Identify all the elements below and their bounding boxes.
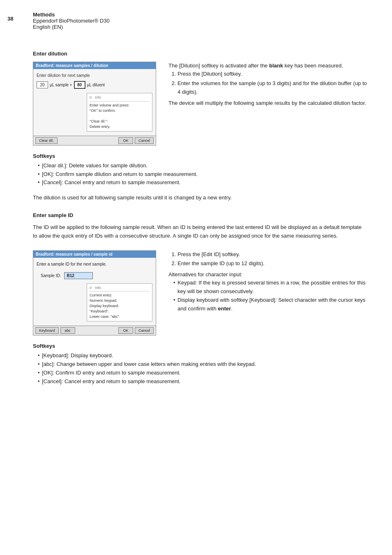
header-language: English (EN): [33, 24, 367, 30]
sampleid-alt-1: Keypad: If the key is pressed several ti…: [173, 279, 367, 296]
sampleid-device-body: Enter a sample ID for the next sample. S…: [33, 258, 156, 326]
sampleid-device-screen: Bradford: measure samples / sample id En…: [33, 250, 156, 336]
sampleid-softkey-item-2: [abc]: Change between upper and lower ca…: [38, 360, 367, 369]
header-device: Eppendorf BioPhotometer® D30: [33, 18, 367, 24]
sampleid-info-area: 0 Info Current entry:Numeric keypad.Disp…: [37, 283, 152, 322]
sample-id-value[interactable]: B12: [64, 272, 93, 279]
sampleid-softkey-item-4: [Cancel]: Cancel entry and return to sam…: [38, 377, 367, 386]
left-margin: 38: [0, 0, 25, 555]
dilution-device-body: Enter dilution for next sample 20 µL sam…: [33, 69, 156, 136]
sampleid-abc-btn[interactable]: abc: [60, 327, 75, 334]
dilution-clear-btn[interactable]: Clear dil.: [35, 137, 58, 144]
dilution-softkeys-list: [Clear dil.]: Delete values for sample d…: [33, 162, 367, 187]
dilution-note: The device will multiply the following s…: [168, 99, 367, 107]
sampleid-keyboard-btn[interactable]: Keyboard: [35, 327, 59, 334]
dilution-info-text: Enter volume and press"OK" to confirm."C…: [90, 103, 150, 130]
dilution-info-area: 0 Info Enter volume and press"OK" to con…: [37, 93, 152, 132]
enter-sample-id-layout: Bradford: measure samples / sample id En…: [33, 250, 367, 336]
dilution-info-header: 0 Info: [90, 95, 150, 102]
dilution-softkey-item-3: [Cancel]: Cancel entry and return to sam…: [38, 178, 367, 187]
dilution-volume1[interactable]: 20: [37, 81, 48, 88]
sampleid-device-col: Bradford: measure samples / sample id En…: [33, 250, 156, 336]
dilution-label1: µL sample +: [50, 83, 72, 87]
dilution-bold-blank: blank: [269, 62, 283, 69]
dilution-softkeys-heading: Softkeys: [33, 153, 367, 159]
enter-bold: enter: [218, 305, 231, 312]
dilution-info-label: Info: [95, 95, 101, 100]
header-block: Methods Eppendorf BioPhotometer® D30 Eng…: [33, 12, 367, 30]
sampleid-softkey-bar: Keyboard abc OK Cancel: [33, 326, 156, 335]
sampleid-text-col: Press the [Edit ID] softkey. Enter the s…: [168, 250, 367, 336]
dilution-input-row: 20 µL sample + 80 µL diluent: [37, 81, 152, 89]
page: 38 Methods Eppendorf BioPhotometer® D30 …: [0, 0, 392, 555]
dilution-ok-btn[interactable]: OK: [118, 137, 133, 144]
sampleid-alternatives: Keypad: If the key is pressed several ti…: [168, 279, 367, 313]
sampleid-softkey-item-3: [OK]: Confirm ID entry and return to sam…: [38, 369, 367, 377]
sampleid-info-box: 0 Info Current entry:Numeric keypad.Disp…: [87, 283, 152, 322]
dilution-softkey-bar: Clear dil. OK Cancel: [33, 136, 156, 145]
sampleid-step-1: Press the [Edit ID] softkey.: [178, 250, 367, 259]
main-content: Methods Eppendorf BioPhotometer® D30 Eng…: [25, 0, 392, 555]
sampleid-title-bar: Bradford: measure samples / sample id: [33, 251, 156, 258]
dilution-softkey-item-1: [Clear dil.]: Delete values for sample d…: [38, 162, 367, 170]
enter-sample-id-heading: Enter sample ID: [33, 212, 367, 218]
sampleid-softkeys-section: Softkeys [Keyboard]: Display keyboard. […: [33, 343, 367, 386]
dilution-steps: Press the [Dilution] softkey. Enter the …: [168, 70, 367, 96]
sample-id-label: Sample ID:: [41, 273, 61, 278]
dilution-softkey-item-2: [OK]: Confirm sample dilution and return…: [38, 170, 367, 179]
dilution-intro: The [Dilution] softkey is activated afte…: [168, 62, 367, 70]
enter-dilution-heading: Enter dilution: [33, 51, 367, 57]
dilution-label2: µL diluent: [87, 83, 105, 87]
dilution-cancel-btn[interactable]: Cancel: [135, 137, 154, 144]
sampleid-body-text: Enter a sample ID for the next sample.: [37, 262, 152, 266]
header-section: Methods: [33, 12, 367, 18]
sampleid-step-2: Enter the sample ID (up to 12 digits).: [178, 259, 367, 268]
dilution-body-text: Enter dilution for next sample: [37, 73, 152, 78]
sampleid-softkeys-heading: Softkeys: [33, 343, 367, 349]
sampleid-softkeys-list: [Keyboard]: Display keyboard. [abc]: Cha…: [33, 352, 367, 386]
dilution-info-count: 0: [90, 95, 92, 100]
dilution-volume2[interactable]: 80: [74, 81, 85, 89]
sampleid-info-text: Current entry:Numeric keypad.Display key…: [90, 293, 150, 319]
sample-id-intro: The ID will be applied to the following …: [33, 223, 367, 240]
enter-dilution-layout: Bradford: measure samples / dilution Ent…: [33, 62, 367, 146]
dilution-title-bar: Bradford: measure samples / dilution: [33, 62, 156, 69]
sampleid-alt-2: Display keyboard with softkey [Keyboard]…: [173, 296, 367, 313]
dilution-step-2: Enter the volumes for the sample (up to …: [178, 79, 367, 97]
dilution-footer: The dilution is used for all following s…: [33, 194, 367, 202]
sampleid-info-label: Info: [95, 285, 101, 291]
dilution-device-screen: Bradford: measure samples / dilution Ent…: [33, 62, 156, 146]
dilution-device-col: Bradford: measure samples / dilution Ent…: [33, 62, 156, 146]
sampleid-ok-btn[interactable]: OK: [118, 327, 133, 334]
sampleid-steps: Press the [Edit ID] softkey. Enter the s…: [168, 250, 367, 268]
page-number: 38: [7, 16, 13, 22]
dilution-info-box: 0 Info Enter volume and press"OK" to con…: [87, 93, 152, 132]
sample-id-row: Sample ID: B12: [41, 272, 152, 279]
sampleid-info-count: 0: [90, 285, 92, 291]
sampleid-info-header: 0 Info: [90, 285, 150, 292]
sampleid-softkey-item-1: [Keyboard]: Display keyboard.: [38, 352, 367, 360]
sampleid-cancel-btn[interactable]: Cancel: [135, 327, 154, 334]
sampleid-alternatives-heading: Alternatives for character input:: [168, 271, 367, 279]
dilution-step-1: Press the [Dilution] softkey.: [178, 70, 367, 79]
dilution-text-col: The [Dilution] softkey is activated afte…: [168, 62, 367, 146]
dilution-softkeys-section: Softkeys [Clear dil.]: Delete values for…: [33, 153, 367, 187]
